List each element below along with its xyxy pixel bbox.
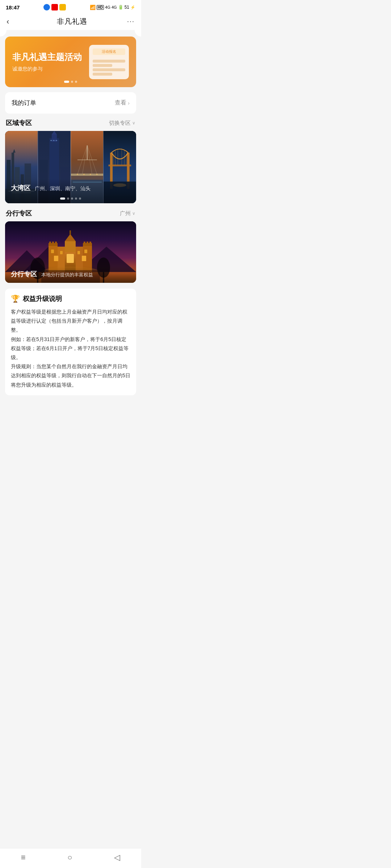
status-bar: 18:47 📶 HD 4G 4G 🔋 51 ⚡	[0, 0, 141, 13]
region-dot-1	[60, 197, 65, 200]
svg-rect-73	[77, 251, 80, 254]
region-dot-5	[79, 197, 81, 200]
region-switch-label: 切换专区	[109, 120, 131, 127]
order-section: 我的订单 查看 ›	[5, 92, 136, 114]
svg-rect-71	[84, 250, 87, 253]
app-icon-red	[51, 4, 58, 10]
dot-3	[75, 81, 77, 83]
svg-rect-59	[55, 242, 57, 244]
svg-rect-62	[87, 242, 88, 244]
banner-title: 非凡礼遇主题活动	[12, 51, 89, 63]
order-title: 我的订单	[12, 99, 36, 107]
svg-rect-63	[89, 242, 91, 244]
rights-text-content: 客户权益等级是根据您上月金融资产月日均对应的权益等级进行认定（包括当月新开户客户…	[11, 309, 130, 388]
svg-rect-58	[52, 242, 54, 244]
region-switch-button[interactable]: 切换专区 ∨	[109, 120, 135, 127]
rights-title: 权益升级说明	[23, 294, 62, 303]
region-section-header: 区域专区 切换专区 ∨	[5, 119, 136, 127]
banner-left: 非凡礼遇主题活动 诚邀您的参与	[12, 51, 89, 72]
order-view-label: 查看	[115, 99, 126, 107]
region-name: 大湾区	[11, 184, 30, 192]
banner-subtitle: 诚邀您的参与	[12, 66, 89, 72]
branch-section: 分行专区 广州 ∨	[5, 209, 136, 283]
wifi-icon: 📶	[90, 5, 96, 10]
svg-rect-64	[65, 241, 76, 252]
status-time: 18:47	[6, 4, 20, 10]
back-button[interactable]: ‹	[7, 17, 17, 26]
svg-rect-70	[51, 250, 54, 253]
branch-section-title: 分行专区	[6, 209, 32, 218]
region-dots	[60, 197, 81, 200]
card-line-2	[93, 64, 112, 67]
region-dot-4	[75, 197, 77, 200]
app-icon-yellow	[59, 4, 66, 10]
svg-rect-57	[49, 242, 51, 244]
svg-rect-67	[67, 254, 74, 263]
dot-2	[71, 81, 73, 83]
dot-1	[64, 81, 69, 83]
region-cities: 广州、深圳、南宁、汕头	[35, 186, 91, 191]
region-dot-2	[67, 197, 69, 200]
svg-point-31	[77, 174, 78, 175]
signal-4g-icon2: 4G	[112, 5, 117, 9]
battery-icon: 🔋	[118, 5, 123, 10]
svg-rect-66	[70, 230, 71, 235]
svg-point-34	[96, 174, 98, 175]
svg-point-32	[83, 174, 85, 175]
card-line-3	[93, 68, 125, 71]
chevron-right-icon: ›	[128, 100, 130, 106]
card-line-1	[93, 60, 125, 63]
svg-rect-28	[71, 174, 104, 176]
charging-icon: ⚡	[130, 5, 135, 10]
chevron-down-icon: ∨	[132, 120, 135, 125]
card-line-4	[93, 73, 112, 76]
nav-bar: ‹ 非凡礼遇 ···	[0, 13, 141, 30]
banner-card: 活动报名	[89, 45, 129, 79]
branch-overlay: 分行专区 本地分行提供的丰富权益	[5, 266, 136, 283]
branch-switch-label: 广州	[120, 210, 131, 217]
battery-percent: 51	[125, 5, 129, 10]
branch-desc: 本地分行提供的丰富权益	[41, 272, 93, 277]
banner-card-lines	[93, 60, 125, 76]
svg-rect-72	[60, 251, 63, 254]
banner-right: 活动报名	[89, 45, 129, 79]
branch-name: 分行专区	[11, 271, 37, 278]
more-button[interactable]: ···	[127, 18, 135, 25]
rights-text: 客户权益等级是根据您上月金融资产月日均对应的权益等级进行认定（包括当月新开户客户…	[11, 307, 130, 390]
banner-section[interactable]: 非凡礼遇主题活动 诚邀您的参与 活动报名	[5, 37, 136, 87]
status-right-icons: 📶 HD 4G 4G 🔋 51 ⚡	[90, 5, 135, 10]
rights-icon: 🏆	[11, 294, 20, 303]
svg-rect-17	[55, 140, 57, 141]
hd-badge: HD	[97, 5, 104, 10]
region-image[interactable]: 大湾区 广州、深圳、南宁、汕头	[5, 131, 136, 203]
page-title: 非凡礼遇	[57, 17, 87, 26]
status-app-icons	[43, 4, 66, 10]
signal-4g-icon: 4G	[105, 5, 110, 9]
svg-rect-68	[54, 256, 58, 261]
svg-rect-15	[50, 140, 52, 141]
app-icon-blue	[43, 4, 50, 10]
svg-rect-69	[82, 256, 86, 261]
branch-image[interactable]: 分行专区 本地分行提供的丰富权益	[5, 221, 136, 283]
rights-section: 🏆 权益升级说明 客户权益等级是根据您上月金融资产月日均对应的权益等级进行认定（…	[5, 289, 136, 395]
banner-dots	[64, 81, 77, 83]
branch-switch-button[interactable]: 广州 ∨	[120, 210, 135, 217]
svg-rect-16	[53, 140, 54, 141]
rights-header: 🏆 权益升级说明	[11, 294, 130, 303]
branch-section-header: 分行专区 广州 ∨	[5, 209, 136, 218]
svg-point-33	[90, 174, 91, 175]
svg-rect-61	[84, 242, 85, 244]
branch-chevron-down-icon: ∨	[132, 211, 135, 216]
region-dot-3	[71, 197, 73, 200]
svg-rect-44	[109, 165, 131, 166]
banner-card-label: 活动报名	[93, 48, 125, 55]
main-content: 非凡礼遇主题活动 诚邀您的参与 活动报名 我的订单 查看 ›	[0, 33, 141, 429]
region-section: 区域专区 切换专区 ∨	[5, 119, 136, 203]
region-section-title: 区域专区	[6, 119, 32, 127]
order-view-button[interactable]: 查看 ›	[115, 99, 130, 107]
